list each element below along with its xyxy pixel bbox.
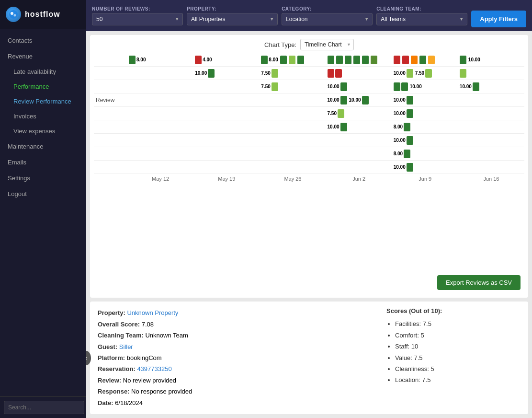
response-value: No response provided xyxy=(131,388,192,395)
sidebar-item-invoices[interactable]: Invoices xyxy=(0,109,86,124)
score-block: 10.00 xyxy=(394,109,413,118)
score-staff: Staff: 10 xyxy=(395,341,521,352)
cleaning-team-value: Unknown Team xyxy=(145,332,188,339)
date-tick-may26: May 26 xyxy=(260,176,326,182)
sidebar-item-late-availability[interactable]: Late availability xyxy=(0,64,86,79)
score-facilities: Facilities: 7.5 xyxy=(395,318,521,329)
table-row: 10.00 xyxy=(94,161,524,174)
apply-filters-button[interactable]: Apply Filters xyxy=(471,11,526,27)
chart-type-row: Chart Type: Timeline Chart Bar Chart xyxy=(94,39,524,50)
timeline-grid: 8.00 4.00 8.00 xyxy=(94,53,524,197)
num-reviews-select[interactable]: 50 25 100 xyxy=(92,13,183,25)
chart-type-select-wrap: Timeline Chart Bar Chart xyxy=(300,39,354,50)
export-row: Export Reviews as CSV xyxy=(94,271,524,294)
reservation-row: Reservation: 4397733250 xyxy=(98,363,377,374)
sidebar-item-logout[interactable]: Logout xyxy=(0,186,86,202)
filter-bar: NUMBER OF REVIEWS: 50 25 100 PROPERTY: A… xyxy=(86,0,532,31)
guest-row: Guest: Siller xyxy=(98,341,377,352)
reservation-value-link[interactable]: 4397733250 xyxy=(137,365,171,372)
review-row: Review: No review provided xyxy=(98,375,377,386)
response-label: Response: xyxy=(98,388,129,395)
sidebar-item-contacts[interactable]: Contacts xyxy=(0,33,86,48)
property-select[interactable]: All Properties xyxy=(187,13,278,25)
score-block xyxy=(328,69,342,78)
chart-type-label: Chart Type: xyxy=(264,41,296,48)
sidebar-nav: Contacts Revenue Late availability Perfo… xyxy=(0,29,86,396)
overall-score-label: Overall Score: xyxy=(98,321,140,328)
score-block xyxy=(336,56,343,64)
date-label: Date: xyxy=(98,399,113,406)
category-select[interactable]: Location Cleanliness Overall xyxy=(282,13,373,25)
sidebar-item-review-performance[interactable]: Review Performance xyxy=(0,94,86,109)
sidebar-item-settings[interactable]: Settings xyxy=(0,170,86,186)
sidebar-item-performance[interactable]: Performance xyxy=(0,79,86,94)
review-label: Review: xyxy=(98,377,121,384)
date-tick-jun16: Jun 16 xyxy=(458,176,524,182)
score-block: 10.00 xyxy=(394,96,413,104)
overall-score-value: 7.08 xyxy=(142,321,154,328)
score-block: 4.00 xyxy=(195,56,212,64)
score-block xyxy=(362,56,369,64)
table-row: Review 10.00 10.00 10.00 xyxy=(94,93,524,107)
score-block xyxy=(402,56,409,64)
score-location: Location: 7.5 xyxy=(395,374,521,385)
review-right: Scores (Out of 10): Facilities: 7.5 Comf… xyxy=(386,307,521,408)
score-block xyxy=(460,56,466,64)
reservation-label: Reservation: xyxy=(98,365,136,372)
score-block xyxy=(328,56,334,64)
platform-value: bookingCom xyxy=(127,354,162,361)
score-block xyxy=(280,56,287,64)
collapse-button[interactable]: ‹ xyxy=(86,351,91,365)
score-block xyxy=(394,82,408,91)
score-block xyxy=(345,56,351,64)
score-block xyxy=(297,56,304,64)
score-block: 10.00 xyxy=(328,82,347,91)
export-csv-button[interactable]: Export Reviews as CSV xyxy=(437,275,521,290)
score-block: 10.00 xyxy=(410,84,422,89)
property-row: Property: Unknown Property xyxy=(98,307,377,318)
chart-container: Chart Type: Timeline Chart Bar Chart 8.0… xyxy=(90,35,528,298)
platform-row: Platform: bookingCom xyxy=(98,352,377,363)
score-block: 7.50 xyxy=(261,69,278,78)
score-block xyxy=(371,56,377,64)
date-tick-jun2: Jun 2 xyxy=(326,176,392,182)
score-block: 10.00 xyxy=(394,136,413,145)
date-tick-jun9: Jun 9 xyxy=(392,176,458,182)
chart-type-select[interactable]: Timeline Chart Bar Chart xyxy=(300,39,354,50)
date-axis: May 12 May 19 May 26 Jun 2 Jun 9 Jun 16 xyxy=(127,174,524,184)
search-input[interactable] xyxy=(4,401,84,414)
svg-point-1 xyxy=(11,12,13,15)
sidebar-item-maintenance[interactable]: Maintenance xyxy=(0,139,86,154)
scores-list: Facilities: 7.5 Comfort: 5 Staff: 10 Val… xyxy=(386,318,521,385)
score-block: 7.50 xyxy=(261,82,278,91)
score-block: 10.00 xyxy=(328,96,347,104)
timeline-chart[interactable]: 8.00 4.00 8.00 xyxy=(94,53,524,271)
sidebar-item-emails[interactable]: Emails xyxy=(0,154,86,170)
sidebar-item-revenue[interactable]: Revenue xyxy=(0,48,86,64)
main-content: NUMBER OF REVIEWS: 50 25 100 PROPERTY: A… xyxy=(86,0,532,418)
score-block xyxy=(411,56,418,64)
cleaning-team-select[interactable]: All Teams xyxy=(376,13,467,25)
table-row: 8.00 xyxy=(94,147,524,161)
svg-point-0 xyxy=(9,10,18,19)
score-block: 8.00 xyxy=(261,56,278,64)
review-left: Property: Unknown Property Overall Score… xyxy=(98,307,377,408)
date-value: 6/18/2024 xyxy=(115,399,143,406)
filter-cleaning-team: CLEANING TEAM: All Teams xyxy=(376,6,467,25)
score-block xyxy=(353,56,360,64)
review-details: ‹ Property: Unknown Property Overall Sco… xyxy=(90,302,528,414)
overall-score-row: Overall Score: 7.08 xyxy=(98,319,377,330)
score-comfort: Comfort: 5 xyxy=(395,330,521,341)
table-row: 10.00 xyxy=(94,134,524,147)
svg-point-2 xyxy=(14,14,16,17)
sidebar-item-view-expenses[interactable]: View expenses xyxy=(0,124,86,139)
score-value: Value: 7.5 xyxy=(395,352,521,363)
score-block: 8.00 xyxy=(129,56,146,64)
table-row: 8.00 4.00 8.00 xyxy=(94,53,524,67)
property-label: Property: xyxy=(98,309,125,316)
property-value-link[interactable]: Unknown Property xyxy=(127,309,178,316)
score-block xyxy=(289,56,295,64)
guest-value-link[interactable]: Siller xyxy=(119,343,133,350)
filter-category: CATEGORY: Location Cleanliness Overall xyxy=(282,6,373,25)
filter-property: PROPERTY: All Properties xyxy=(187,6,278,25)
